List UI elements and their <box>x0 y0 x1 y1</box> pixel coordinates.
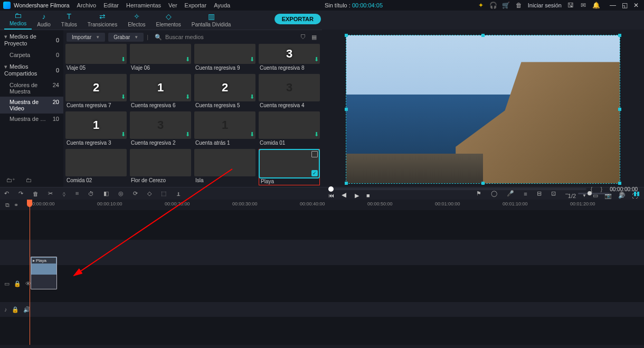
resize-handle[interactable] <box>345 34 348 37</box>
lock-icon[interactable]: 🔒 <box>12 306 19 313</box>
media-card[interactable]: 1⬇Cuenta regresiva 6 <box>130 74 191 108</box>
menu-help[interactable]: Ayuda <box>214 2 230 8</box>
download-icon[interactable]: ⬇ <box>185 56 190 63</box>
media-thumb[interactable]: 3 <box>259 74 320 101</box>
sidebar-item-greenscreen[interactable]: Muestra de Pantalla Verde10 <box>0 114 63 124</box>
resize-handle[interactable] <box>481 34 485 37</box>
magnet-icon[interactable]: ⧉ <box>5 202 10 209</box>
resize-handle[interactable] <box>618 34 621 37</box>
sidebar-section-shared[interactable]: ▾Medios Compartidos0 <box>0 60 63 80</box>
marker-button[interactable]: ⚑ <box>476 190 481 197</box>
media-thumb[interactable] <box>65 149 127 176</box>
sidebar-item-folder[interactable]: Carpeta0 <box>0 50 63 60</box>
media-card[interactable]: ⬇Comida 01 <box>259 111 320 146</box>
media-thumb[interactable] <box>194 149 255 176</box>
media-card[interactable]: Flor de Cerezo <box>130 149 191 185</box>
zoom-slider[interactable] <box>578 193 610 194</box>
audio-detach-button[interactable]: ⫫ <box>176 191 182 197</box>
zoom-button[interactable]: ⊡ <box>551 190 556 197</box>
grid-view-icon[interactable]: ▦ <box>311 34 317 41</box>
message-icon[interactable]: ✉ <box>580 2 587 9</box>
tab-audio[interactable]: ♪Audio <box>32 11 56 30</box>
window-close-icon[interactable]: ✕ <box>631 2 641 9</box>
menu-edit[interactable]: Editar <box>103 2 119 8</box>
track-overlay[interactable] <box>0 213 644 240</box>
cart-icon[interactable]: 🛒 <box>503 2 510 9</box>
media-thumb[interactable]: ⬇ <box>194 44 255 64</box>
timeline-settings-button[interactable]: ▮▮ <box>633 190 640 197</box>
mask-button[interactable]: ⬚ <box>161 190 166 197</box>
download-icon[interactable]: ⬇ <box>250 93 254 100</box>
scrub-track[interactable] <box>328 188 586 190</box>
download-icon[interactable]: ⬇ <box>314 56 319 63</box>
media-card[interactable]: ⬇Viaje 05 <box>65 44 127 71</box>
sidebar-item-colors[interactable]: Colores de Muestra24 <box>0 80 63 97</box>
media-thumb[interactable]: 2⬇ <box>194 74 255 101</box>
import-dropdown[interactable]: Importar▼ <box>67 33 105 42</box>
media-card[interactable]: 1⬇Cuenta atrás 1 <box>194 111 255 146</box>
record-dropdown[interactable]: Grabar▼ <box>108 33 144 42</box>
cut-button[interactable]: ✂ <box>48 190 53 197</box>
media-card[interactable]: 3⬇Cuenta regresiva 2 <box>130 111 191 146</box>
speed-button[interactable]: ⏱ <box>88 191 94 197</box>
color-button[interactable]: ◧ <box>103 190 109 197</box>
media-card[interactable]: 3⬇Cuenta regresiva 8 <box>259 44 320 71</box>
notify-icon[interactable]: 🔔 <box>592 2 600 9</box>
export-button[interactable]: EXPORTAR <box>274 14 321 24</box>
signin-link[interactable]: Iniciar sesión <box>528 2 562 8</box>
media-card[interactable]: 2⬇Cuenta regresiva 5 <box>194 74 255 108</box>
media-card[interactable]: Isla <box>194 149 255 185</box>
keyframe-button[interactable]: ◇ <box>147 190 151 197</box>
timeline-clip[interactable]: ▸Playa <box>31 257 57 289</box>
menu-export[interactable]: Exportar <box>185 2 207 8</box>
lock-icon[interactable]: 🔒 <box>14 280 21 287</box>
resize-handle[interactable] <box>481 182 485 185</box>
split-button[interactable]: ⎀ <box>62 191 66 197</box>
window-minimize-icon[interactable]: — <box>608 2 618 9</box>
download-icon[interactable]: ⬇ <box>121 93 126 100</box>
playhead[interactable] <box>30 200 30 345</box>
download-icon[interactable]: ⬇ <box>121 56 126 63</box>
tab-elements[interactable]: ◇Elementos <box>151 11 186 30</box>
zoom-plus[interactable]: ⊕ <box>619 190 624 197</box>
prev-frame-button[interactable]: ⏮ <box>328 192 334 199</box>
menu-file[interactable]: Archivo <box>77 2 97 8</box>
media-thumb[interactable]: ✓ <box>260 150 319 177</box>
open-folder-icon[interactable]: 🗀 <box>26 177 32 183</box>
tips-icon[interactable]: ✦ <box>477 2 485 9</box>
media-thumb[interactable]: 3⬇ <box>130 111 191 139</box>
media-thumb[interactable]: ⬇ <box>259 111 320 139</box>
stop-button[interactable]: ■ <box>366 192 370 199</box>
download-icon[interactable]: ⬇ <box>121 131 126 138</box>
download-icon[interactable]: ⬇ <box>250 131 254 138</box>
resize-handle[interactable] <box>345 108 348 111</box>
tab-transitions[interactable]: ⇄Transiciones <box>82 11 122 30</box>
tab-titles[interactable]: TTítulos <box>56 11 82 30</box>
media-card[interactable]: 3Cuenta regresiva 4 <box>259 74 320 108</box>
zoom-knob[interactable] <box>588 191 592 195</box>
media-thumb[interactable]: ⬇ <box>65 44 127 64</box>
media-card[interactable]: ⬇Viaje 06 <box>130 44 191 71</box>
media-thumb[interactable]: 1⬇ <box>130 74 191 101</box>
timeline-ruler[interactable]: 00:00:00:0000:00:10:0000:00:20:0000:00:3… <box>30 200 644 210</box>
menu-tools[interactable]: Herramientas <box>126 2 161 8</box>
menu-view[interactable]: Ver <box>168 2 177 8</box>
sidebar-item-video-sample[interactable]: Muestra de Video20 <box>0 97 63 114</box>
media-thumb[interactable]: 2⬇ <box>65 74 127 101</box>
add-overlay-icon[interactable] <box>311 151 318 157</box>
preview-canvas[interactable] <box>346 35 620 184</box>
resize-handle[interactable] <box>345 182 348 185</box>
render-button[interactable]: ◯ <box>491 190 497 197</box>
search-input[interactable]: 🔍Buscar medios <box>151 34 297 41</box>
mic-button[interactable]: 🎤 <box>507 190 514 197</box>
link-icon[interactable]: ⚭ <box>14 202 18 209</box>
window-restore-icon[interactable]: ◱ <box>620 2 629 9</box>
media-thumb[interactable]: 3⬇ <box>259 44 320 64</box>
new-folder-icon[interactable]: 🗀⁺ <box>6 177 15 184</box>
zoom-out-button[interactable]: ⊟ <box>537 190 542 197</box>
media-card[interactable]: 1⬇Cuenta regresiva 3 <box>65 111 127 146</box>
download-icon[interactable]: ⬇ <box>185 131 190 138</box>
track-video[interactable]: ▭ 🔒 👁 <box>0 265 644 302</box>
playhead-cap[interactable] <box>27 200 32 207</box>
media-thumb[interactable]: ⬇ <box>130 44 191 64</box>
